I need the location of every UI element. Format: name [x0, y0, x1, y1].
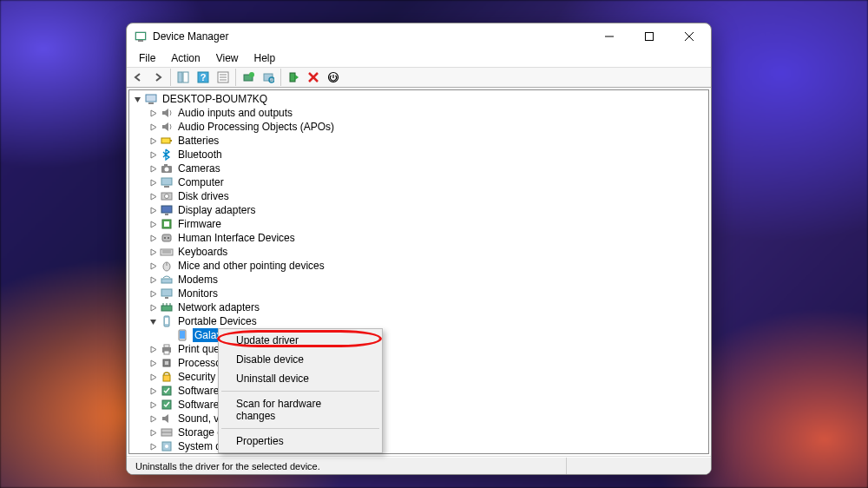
titlebar[interactable]: Device Manager [127, 23, 711, 49]
tree-category[interactable]: Sound, vi [129, 412, 708, 425]
tree-expander-icon[interactable] [148, 414, 158, 424]
context-menu-item[interactable]: Properties [220, 432, 380, 451]
tree-category[interactable]: Software [129, 384, 708, 398]
tree-expander-icon[interactable] [148, 442, 158, 452]
tree-category[interactable]: Processor [129, 356, 708, 370]
tree-category-label: Bluetooth [177, 148, 223, 162]
device-tree-scroll[interactable]: DESKTOP-BOUM7KQAudio inputs and outputsA… [128, 89, 709, 454]
tree-expander-icon[interactable] [133, 95, 142, 104]
context-menu-item[interactable]: Scan for hardware changes [220, 394, 380, 425]
menu-help[interactable]: Help [247, 51, 283, 65]
tree-category[interactable]: Firmware [129, 217, 708, 231]
tree-expander-icon[interactable] [148, 428, 158, 438]
svg-rect-7 [178, 72, 182, 82]
tree-expander-icon[interactable] [148, 150, 158, 160]
tree-expander-icon[interactable] [148, 345, 158, 354]
menu-file[interactable]: File [132, 51, 162, 65]
menu-view[interactable]: View [209, 51, 246, 65]
update-driver-button[interactable] [239, 68, 258, 87]
tree-category[interactable]: Monitors [129, 287, 708, 300]
tree-category-label: Display adapters [177, 203, 256, 217]
tree-expander-icon[interactable] [148, 234, 158, 243]
tree-category[interactable]: Software [129, 398, 708, 412]
tree-category[interactable]: Modems [129, 273, 708, 287]
tree-expander-icon[interactable] [148, 359, 158, 368]
hid-icon [160, 231, 174, 245]
tree-category-label: Network adapters [177, 300, 260, 314]
tree-expander-icon[interactable] [148, 289, 158, 299]
tree-category-label: Human Interface Devices [177, 231, 296, 245]
tree-category[interactable]: Network adapters [129, 300, 708, 314]
tree-category[interactable]: Storage c [129, 425, 708, 439]
cpu-icon [160, 356, 174, 370]
disable-device-button[interactable] [324, 68, 343, 87]
maximize-button[interactable] [629, 23, 669, 49]
tree-expander-icon[interactable] [148, 122, 158, 132]
forward-button[interactable] [148, 68, 168, 87]
tree-expander-icon[interactable] [148, 136, 158, 146]
svg-rect-4 [646, 33, 654, 41]
tree-expander-icon[interactable] [148, 373, 158, 382]
tree-expander-icon[interactable] [148, 386, 158, 396]
properties-button[interactable] [214, 68, 233, 87]
tree-expander-icon[interactable] [148, 400, 158, 410]
tree-expander-icon[interactable] [148, 261, 158, 271]
scan-hardware-button[interactable] [259, 68, 278, 87]
system-icon [160, 439, 174, 453]
tree-category[interactable]: Security c [129, 370, 708, 384]
tree-category[interactable]: Audio inputs and outputs [129, 106, 708, 120]
svg-rect-48 [165, 297, 168, 299]
tree-category[interactable]: Keyboards [129, 245, 708, 259]
tree-device[interactable]: Galaxy A34 [129, 328, 708, 342]
menu-action[interactable]: Action [164, 51, 207, 65]
context-menu-item[interactable]: Disable device [220, 350, 380, 369]
tree-category[interactable]: Bluetooth [129, 148, 708, 162]
svg-rect-37 [164, 221, 169, 227]
svg-rect-38 [162, 234, 171, 241]
close-button[interactable] [669, 23, 709, 49]
svg-rect-30 [161, 178, 172, 185]
tree-category-label: Cameras [177, 162, 221, 175]
help-button[interactable]: ? [194, 68, 213, 87]
tree-category[interactable]: Display adapters [129, 203, 708, 217]
tree-category[interactable]: System devices [129, 439, 708, 453]
tree-expander-icon[interactable] [148, 247, 158, 257]
minimize-button[interactable] [589, 23, 629, 49]
tree-category[interactable]: Audio Processing Objects (APOs) [129, 120, 708, 134]
tree-category-label: Audio Processing Objects (APOs) [177, 120, 335, 134]
tree-expander-icon[interactable] [148, 192, 158, 201]
back-button[interactable] [128, 68, 148, 87]
tree-host: DESKTOP-BOUM7KQAudio inputs and outputsA… [127, 88, 711, 457]
tree-category[interactable]: Batteries [129, 134, 708, 148]
tree-expander-icon[interactable] [148, 178, 158, 188]
tree-category-label: Batteries [177, 134, 220, 148]
tree-category[interactable]: Mice and other pointing devices [129, 259, 708, 273]
tree-category[interactable]: Human Interface Devices [129, 231, 708, 245]
tree-expander-icon[interactable] [148, 275, 158, 285]
context-menu-item[interactable]: Update driver [220, 331, 380, 350]
tree-category-label: Keyboards [177, 245, 228, 259]
enable-device-button[interactable] [284, 68, 303, 87]
svg-point-68 [165, 445, 168, 448]
bluetooth-icon [160, 148, 174, 162]
tree-category[interactable]: Portable Devices [129, 314, 708, 328]
svg-rect-2 [138, 40, 143, 42]
tree-expander-icon[interactable] [148, 164, 158, 174]
camera-icon [160, 162, 174, 175]
tree-root[interactable]: DESKTOP-BOUM7KQ [129, 92, 708, 106]
tree-category[interactable]: Disk drives [129, 189, 708, 203]
context-menu-item[interactable]: Uninstall device [220, 369, 380, 388]
show-hide-tree-button[interactable] [174, 68, 193, 87]
tree-expander-icon[interactable] [148, 317, 158, 326]
tree-expander-icon[interactable] [148, 220, 158, 229]
tree-category[interactable]: Computer [129, 175, 708, 189]
tree-expander-icon[interactable] [148, 109, 158, 118]
tree-category[interactable]: Print que [129, 342, 708, 356]
uninstall-device-button[interactable] [304, 68, 323, 87]
svg-rect-56 [180, 331, 185, 339]
svg-rect-49 [161, 306, 172, 311]
app-icon [134, 30, 148, 43]
tree-expander-icon[interactable] [148, 206, 158, 215]
tree-category[interactable]: Cameras [129, 162, 708, 175]
tree-expander-icon[interactable] [148, 303, 158, 313]
